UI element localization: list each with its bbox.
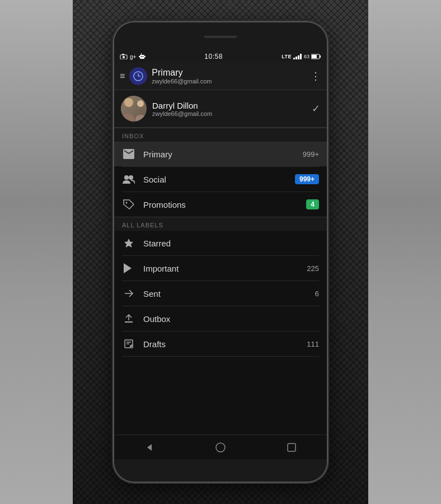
svg-rect-7 — [141, 53, 142, 55]
drafts-label: Drafts — [143, 339, 299, 349]
svg-rect-8 — [139, 56, 140, 57]
primary-badge: 999+ — [303, 150, 319, 158]
svg-rect-2 — [122, 54, 124, 55]
nav-scroll-area: INBOX Primary 999+ — [114, 128, 327, 435]
svg-point-29 — [216, 443, 225, 452]
back-icon — [144, 442, 155, 453]
header-subtitle: zwylde66@gmail.com — [152, 78, 306, 85]
status-left-icons: g+ — [120, 53, 146, 60]
status-right-icons: LTE 63 — [282, 54, 321, 59]
drafts-badge: 111 — [307, 340, 319, 348]
sep7 — [122, 356, 319, 357]
phone-bottom-bezel — [114, 459, 327, 482]
svg-point-22 — [126, 202, 128, 204]
sent-label: Sent — [143, 289, 307, 298]
home-button[interactable] — [208, 435, 233, 460]
svg-point-20 — [124, 175, 129, 180]
promotions-icon — [122, 198, 135, 211]
robot-status-icon — [139, 53, 146, 60]
svg-rect-15 — [320, 55, 321, 58]
account-panel[interactable]: Darryl Dillon zwylde66@gmail.com ✓ — [114, 90, 327, 128]
starred-label: Starred — [143, 239, 319, 248]
side-right-panel — [368, 0, 441, 504]
recents-icon — [287, 442, 297, 452]
side-left-panel — [0, 0, 73, 504]
svg-rect-9 — [144, 56, 146, 57]
svg-point-1 — [123, 56, 125, 58]
promotions-badge: 4 — [306, 199, 319, 209]
svg-point-5 — [141, 56, 142, 57]
battery-icon — [311, 54, 321, 59]
avatar — [121, 96, 147, 122]
nav-item-promotions[interactable]: Promotions 4 — [114, 192, 327, 217]
hamburger-menu-icon[interactable]: ≡ — [120, 71, 125, 81]
app-content: ≡ Primary zwylde66@gmail.com ⋮ — [114, 63, 327, 459]
svg-text:g+: g+ — [130, 54, 137, 60]
back-button[interactable] — [137, 435, 162, 460]
overflow-menu-icon[interactable]: ⋮ — [311, 70, 321, 82]
svg-point-21 — [129, 175, 133, 180]
svg-rect-10 — [293, 58, 295, 59]
status-bar: g+ 10:58 LTE 63 — [114, 50, 327, 63]
outbox-icon — [122, 312, 135, 325]
header-bar: ≡ Primary zwylde66@gmail.com ⋮ — [114, 63, 327, 90]
account-name: Darryl Dillon — [152, 101, 306, 110]
social-icon — [122, 172, 135, 186]
svg-rect-4 — [140, 55, 144, 59]
gplus-status-icon: g+ — [130, 53, 137, 60]
svg-marker-28 — [147, 444, 152, 451]
social-label: Social — [143, 175, 287, 184]
home-icon — [215, 442, 226, 453]
header-account-icon — [129, 67, 147, 85]
sent-badge: 6 — [315, 290, 319, 298]
labels-section-label: ALL LABELS — [114, 217, 327, 231]
nav-item-important[interactable]: Important 225 — [114, 256, 327, 281]
bottom-nav-bar — [114, 435, 327, 459]
nav-item-starred[interactable]: Starred — [114, 231, 327, 255]
primary-label: Primary — [143, 150, 295, 159]
battery-percent: 63 — [304, 54, 309, 59]
outbox-label: Outbox — [143, 314, 319, 324]
svg-marker-24 — [124, 263, 132, 273]
nav-item-primary[interactable]: Primary 999+ — [114, 142, 327, 166]
phone-shell: g+ 10:58 LTE 63 — [114, 22, 327, 482]
nav-item-drafts[interactable]: Drafts 111 — [114, 332, 327, 356]
clock-icon — [133, 71, 143, 81]
header-title-block: Primary zwylde66@gmail.com — [152, 68, 306, 85]
svg-point-6 — [143, 56, 144, 57]
speaker-grille — [204, 35, 237, 38]
star-icon — [122, 236, 135, 250]
signal-icon — [293, 54, 302, 59]
important-badge: 225 — [307, 264, 319, 273]
inbox-icon — [122, 147, 135, 161]
account-checkmark: ✓ — [312, 102, 320, 115]
lte-badge: LTE — [282, 54, 292, 59]
sent-icon — [122, 287, 135, 300]
svg-marker-23 — [124, 239, 133, 248]
svg-rect-11 — [295, 57, 297, 59]
social-badge: 999+ — [295, 174, 319, 184]
status-time: 10:58 — [204, 53, 223, 60]
svg-rect-16 — [312, 55, 317, 58]
promotions-label: Promotions — [143, 200, 298, 209]
svg-rect-13 — [300, 54, 302, 59]
recents-button[interactable] — [279, 435, 304, 460]
phone-top-bezel — [114, 22, 327, 50]
inbox-section-label: INBOX — [114, 128, 327, 142]
drafts-icon — [122, 337, 135, 351]
nav-item-sent[interactable]: Sent 6 — [114, 281, 327, 306]
svg-rect-30 — [288, 444, 295, 451]
nav-item-outbox[interactable]: Outbox — [114, 306, 327, 331]
account-email: zwylde66@gmail.com — [152, 110, 306, 117]
nav-item-social[interactable]: Social 999+ — [114, 167, 327, 192]
svg-rect-12 — [298, 55, 299, 59]
account-info: Darryl Dillon zwylde66@gmail.com — [152, 101, 306, 117]
important-label: Important — [143, 264, 299, 273]
header-title: Primary — [152, 68, 306, 78]
important-icon — [122, 262, 135, 275]
photo-status-icon — [120, 54, 128, 59]
